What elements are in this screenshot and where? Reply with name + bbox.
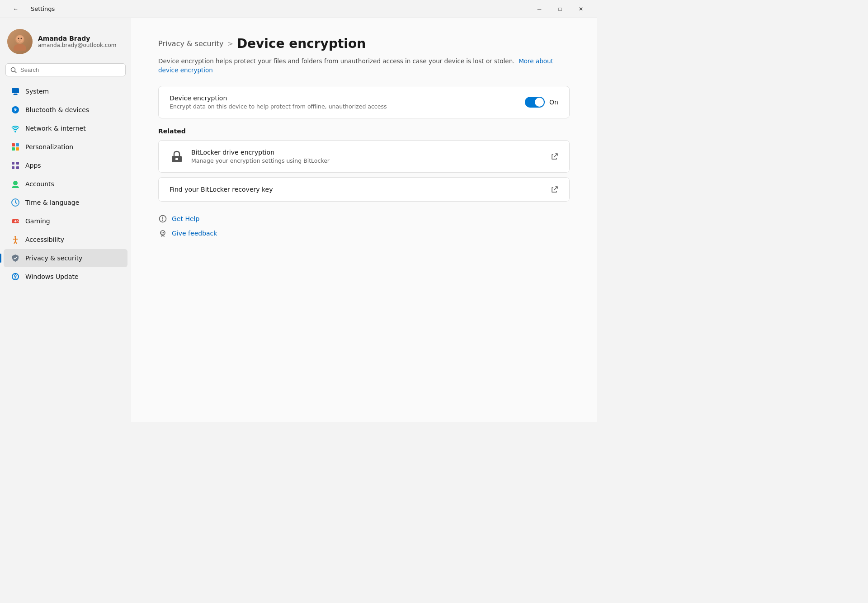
get-help-link[interactable]: Get Help [158, 214, 570, 223]
search-box[interactable] [5, 63, 126, 76]
recovery-key-external-icon [551, 186, 558, 193]
sidebar-label-update: Windows Update [25, 273, 79, 280]
system-icon [11, 87, 20, 96]
toggle-state-label: On [549, 99, 558, 106]
svg-rect-13 [16, 143, 19, 146]
main-content: Privacy & security > Device encryption D… [131, 18, 597, 422]
give-feedback-icon [158, 229, 167, 238]
svg-rect-12 [12, 143, 15, 146]
svg-rect-8 [14, 94, 17, 94]
update-icon [11, 272, 20, 281]
related-section-title: Related [158, 127, 570, 135]
svg-rect-19 [16, 166, 19, 169]
svg-point-2 [16, 35, 24, 42]
svg-rect-14 [12, 147, 15, 151]
sidebar-item-accounts[interactable]: Accounts [4, 175, 127, 193]
sidebar-label-system: System [25, 88, 49, 95]
sidebar-item-bluetooth[interactable]: Bluetooth & devices [4, 101, 127, 119]
personalization-icon [11, 142, 20, 151]
bitlocker-item-left: BitLocker drive encryption Manage your e… [170, 149, 330, 164]
sidebar-item-accessibility[interactable]: Accessibility [4, 231, 127, 249]
sidebar-label-privacy: Privacy & security [25, 254, 82, 262]
bitlocker-item[interactable]: BitLocker drive encryption Manage your e… [158, 140, 570, 173]
svg-rect-18 [12, 166, 14, 169]
svg-rect-7 [12, 88, 19, 93]
svg-point-1 [14, 44, 26, 51]
encryption-toggle[interactable] [525, 97, 545, 108]
svg-line-6 [15, 71, 17, 73]
close-button[interactable]: ✕ [571, 2, 591, 16]
search-icon [10, 67, 17, 73]
svg-line-33 [15, 241, 17, 244]
gaming-icon [11, 217, 20, 226]
bitlocker-text: BitLocker drive encryption Manage your e… [191, 149, 330, 164]
maximize-button[interactable]: □ [550, 2, 571, 16]
toggle-container: On [525, 97, 558, 108]
titlebar-controls: ─ □ ✕ [529, 2, 591, 16]
bitlocker-title: BitLocker drive encryption [191, 149, 330, 156]
svg-point-3 [18, 38, 19, 39]
avatar [7, 29, 33, 54]
svg-point-41 [163, 232, 164, 233]
encryption-toggle-text: Device encryption Encrypt data on this d… [170, 94, 387, 110]
svg-point-40 [162, 232, 163, 233]
recovery-key-title: Find your BitLocker recovery key [170, 186, 273, 193]
breadcrumb: Privacy & security > Device encryption [158, 36, 570, 51]
svg-rect-17 [16, 162, 19, 165]
accessibility-icon [11, 235, 20, 244]
sidebar-item-gaming[interactable]: Gaming [4, 212, 127, 230]
svg-point-38 [162, 220, 163, 221]
sidebar-label-gaming: Gaming [25, 217, 50, 225]
user-profile[interactable]: Amanda Brady amanda.brady@outlook.com [0, 25, 131, 63]
svg-point-27 [17, 220, 18, 221]
sidebar-item-update[interactable]: Windows Update [4, 268, 127, 286]
minimize-button[interactable]: ─ [529, 2, 550, 16]
device-encryption-card: Device encryption Encrypt data on this d… [158, 86, 570, 118]
recovery-key-item[interactable]: Find your BitLocker recovery key [158, 177, 570, 202]
breadcrumb-separator: > [227, 39, 233, 48]
search-input[interactable] [20, 66, 121, 73]
svg-point-11 [14, 131, 16, 132]
sidebar-label-accounts: Accounts [25, 180, 54, 188]
sidebar-label-time: Time & language [25, 199, 79, 206]
sidebar-item-time[interactable]: Time & language [4, 193, 127, 212]
svg-rect-9 [13, 94, 18, 95]
back-button[interactable]: ← [5, 2, 26, 16]
sidebar-item-privacy[interactable]: Privacy & security [4, 249, 127, 267]
svg-point-29 [14, 236, 16, 238]
sidebar-item-network[interactable]: Network & internet [4, 119, 127, 137]
bitlocker-external-icon [551, 153, 558, 160]
encryption-title: Device encryption [170, 94, 387, 102]
app-window: Amanda Brady amanda.brady@outlook.com [0, 18, 597, 422]
apps-icon [11, 161, 20, 170]
give-feedback-link[interactable]: Give feedback [158, 229, 570, 238]
accounts-icon [11, 179, 20, 188]
sidebar-label-personalization: Personalization [25, 143, 73, 151]
user-email: amanda.brady@outlook.com [38, 42, 116, 48]
time-icon [11, 198, 20, 207]
give-feedback-label: Give feedback [172, 230, 217, 237]
get-help-label: Get Help [172, 215, 199, 222]
sidebar-item-apps[interactable]: Apps [4, 156, 127, 174]
svg-rect-16 [12, 162, 14, 165]
encryption-subtitle: Encrypt data on this device to help prot… [170, 103, 387, 110]
sidebar-item-system[interactable]: System [4, 82, 127, 100]
svg-rect-36 [175, 158, 178, 160]
sidebar-item-personalization[interactable]: Personalization [4, 138, 127, 156]
privacy-icon [11, 254, 20, 263]
breadcrumb-parent[interactable]: Privacy & security [158, 39, 223, 48]
svg-rect-15 [16, 147, 19, 151]
titlebar: ← Settings ─ □ ✕ [0, 0, 597, 18]
svg-point-10 [12, 106, 19, 113]
svg-point-4 [21, 38, 22, 39]
sidebar-label-bluetooth: Bluetooth & devices [25, 106, 89, 113]
sidebar-nav: System Bluetooth & devices [0, 82, 131, 286]
bluetooth-icon [11, 105, 20, 114]
svg-line-23 [15, 203, 17, 203]
sidebar-label-network: Network & internet [25, 125, 86, 132]
sidebar-label-accessibility: Accessibility [25, 236, 64, 243]
titlebar-title: Settings [31, 5, 55, 12]
get-help-icon [158, 214, 167, 223]
page-title: Device encryption [237, 36, 366, 51]
description: Device encryption helps protect your fil… [158, 57, 556, 75]
